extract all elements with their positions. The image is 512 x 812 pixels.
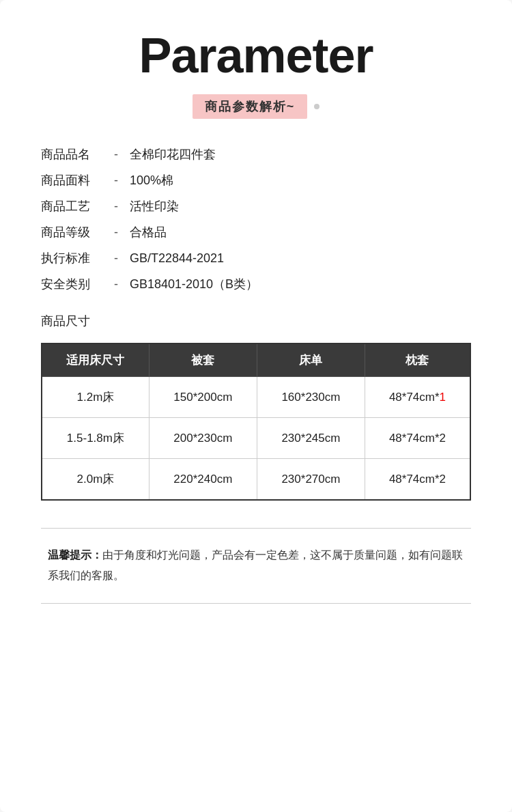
- param-row: 执行标准 - GB/T22844-2021: [41, 250, 471, 266]
- top-divider: [41, 528, 471, 529]
- duvet-size-cell: 220*240cm: [149, 459, 257, 501]
- param-dash: -: [102, 199, 130, 214]
- param-value: GB/T22844-2021: [130, 251, 224, 266]
- pillow-red-number: 1: [440, 391, 446, 404]
- table-header-cell: 适用床尺寸: [42, 344, 149, 377]
- param-value: GB18401-2010（B类）: [130, 276, 258, 292]
- notice-text: 由于角度和灯光问题，产品会有一定色差，这不属于质量问题，如有问题联系我们的客服。: [48, 549, 463, 581]
- param-label: 商品面料: [41, 172, 102, 188]
- main-title: Parameter: [41, 27, 471, 83]
- param-dash: -: [102, 148, 130, 162]
- param-label: 执行标准: [41, 250, 102, 266]
- param-label: 商品品名: [41, 146, 102, 163]
- param-value: 全棉印花四件套: [130, 146, 216, 163]
- param-dash: -: [102, 277, 130, 292]
- param-dash: -: [102, 173, 130, 188]
- sheet-size-cell: 230*270cm: [257, 459, 365, 501]
- param-row: 商品品名 - 全棉印花四件套: [41, 146, 471, 163]
- table-header-cell: 被套: [149, 344, 257, 377]
- table-row: 1.5-1.8m床200*230cm230*245cm48*74cm*2: [42, 418, 470, 459]
- bottom-divider: [41, 603, 471, 604]
- param-label: 商品等级: [41, 224, 102, 240]
- pillow-size-cell: 48*74cm*2: [365, 459, 470, 501]
- pillow-size-cell: 48*74cm*2: [365, 418, 470, 459]
- pillow-size-cell: 48*74cm*1: [365, 377, 470, 418]
- subtitle-dot: [314, 104, 319, 109]
- param-row: 安全类别 - GB18401-2010（B类）: [41, 276, 471, 292]
- table-row: 1.2m床150*200cm160*230cm48*74cm*1: [42, 377, 470, 418]
- sheet-size-cell: 160*230cm: [257, 377, 365, 418]
- table-header-cell: 枕套: [365, 344, 470, 377]
- duvet-size-cell: 200*230cm: [149, 418, 257, 459]
- param-value: 合格品: [130, 224, 167, 240]
- param-row: 商品面料 - 100%棉: [41, 172, 471, 188]
- bed-size-cell: 1.2m床: [42, 377, 149, 418]
- subtitle-tag: 商品参数解析~: [193, 94, 308, 119]
- size-section-title: 商品尺寸: [41, 313, 471, 329]
- table-header: 适用床尺寸被套床单枕套: [42, 344, 470, 377]
- bed-size-cell: 2.0m床: [42, 459, 149, 501]
- page-container: Parameter 商品参数解析~ 商品品名 - 全棉印花四件套 商品面料 - …: [0, 0, 512, 812]
- sheet-size-cell: 230*245cm: [257, 418, 365, 459]
- notice: 温馨提示：由于角度和灯光问题，产品会有一定色差，这不属于质量问题，如有问题联系我…: [41, 545, 471, 587]
- param-dash: -: [102, 251, 130, 266]
- duvet-size-cell: 150*200cm: [149, 377, 257, 418]
- table-body: 1.2m床150*200cm160*230cm48*74cm*11.5-1.8m…: [42, 377, 470, 501]
- table-row: 2.0m床220*240cm230*270cm48*74cm*2: [42, 459, 470, 501]
- param-value: 活性印染: [130, 198, 179, 214]
- params-section: 商品品名 - 全棉印花四件套 商品面料 - 100%棉 商品工艺 - 活性印染 …: [41, 146, 471, 292]
- param-row: 商品等级 - 合格品: [41, 224, 471, 240]
- param-label: 商品工艺: [41, 198, 102, 214]
- param-dash: -: [102, 225, 130, 240]
- subtitle-wrapper: 商品参数解析~: [41, 94, 471, 119]
- table-header-cell: 床单: [257, 344, 365, 377]
- param-row: 商品工艺 - 活性印染: [41, 198, 471, 214]
- table-header-row: 适用床尺寸被套床单枕套: [42, 344, 470, 377]
- param-value: 100%棉: [130, 172, 173, 188]
- notice-label: 温馨提示：: [48, 549, 102, 561]
- size-table: 适用床尺寸被套床单枕套 1.2m床150*200cm160*230cm48*74…: [41, 343, 471, 501]
- bed-size-cell: 1.5-1.8m床: [42, 418, 149, 459]
- param-label: 安全类别: [41, 276, 102, 292]
